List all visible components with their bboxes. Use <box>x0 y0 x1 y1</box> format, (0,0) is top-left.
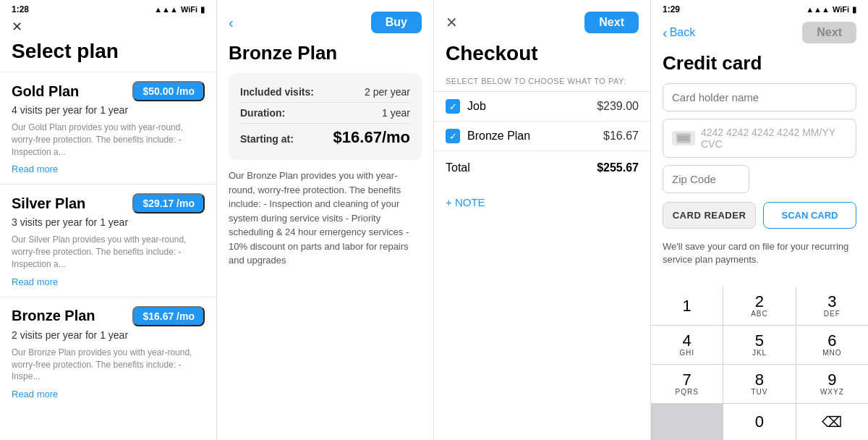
silver-read-more[interactable]: Read more <box>12 276 58 287</box>
wifi-icon-4: WiFi <box>833 5 849 14</box>
starting-at-row: Starting at: $16.67/mo <box>240 124 410 151</box>
duration-label: Duration: <box>240 107 285 119</box>
keypad-key-2[interactable]: 2ABC <box>723 287 795 325</box>
bronze-plan-badge[interactable]: $16.67 /mo <box>132 306 205 326</box>
keypad-num-2: 2 <box>755 294 764 310</box>
signal-icon: ▲▲▲ <box>154 5 178 14</box>
bronze-plan-item-name: Bronze Plan <box>467 130 530 143</box>
credit-card-panel: 1:29 ▲▲▲ WiFi ▮ ‹ Back Next Credit card … <box>651 0 868 440</box>
cardholder-name-input[interactable] <box>663 83 856 111</box>
keypad-key-3[interactable]: 3DEF <box>796 287 868 325</box>
wifi-icon: WiFi <box>181 5 197 14</box>
gold-plan-desc: Our Gold Plan provides you with year-rou… <box>12 122 205 158</box>
total-row: Total $255.67 <box>434 151 650 185</box>
keypad-key-5[interactable]: 5JKL <box>723 326 795 364</box>
save-card-text: We'll save your card on file for your re… <box>651 236 868 275</box>
buy-button[interactable]: Buy <box>371 12 422 33</box>
bronze-plan-detail-panel: ‹ Buy Bronze Plan Included visits: 2 per… <box>217 0 434 440</box>
keypad-key-7[interactable]: 7PQRS <box>651 365 723 403</box>
silver-plan-badge[interactable]: $29.17 /mo <box>132 193 205 213</box>
keypad-key-1[interactable]: 1 <box>651 287 723 325</box>
gold-plan-badge[interactable]: $50.00 /mo <box>132 81 205 101</box>
keypad-letters-7: PQRS <box>675 388 698 396</box>
status-bar-1: 1:28 ▲▲▲ WiFi ▮ <box>0 0 216 17</box>
keypad-letters-9: WXYZ <box>820 388 844 396</box>
select-plan-panel: 1:28 ▲▲▲ WiFi ▮ ✕ Select plan Gold Plan … <box>0 0 217 440</box>
bronze-plan-amount: $16.67 <box>603 130 639 143</box>
keypad-letters-8: TUV <box>751 388 767 396</box>
back-chevron-icon[interactable]: ‹ <box>229 14 234 31</box>
card-number-placeholder[interactable]: 4242 4242 4242 4242 MM/YY CVC <box>701 127 847 150</box>
credit-card-title: Credit card <box>651 49 868 83</box>
card-reader-button[interactable]: CARD READER <box>663 202 756 229</box>
total-label: Total <box>446 161 470 174</box>
add-note-button[interactable]: + NOTE <box>434 185 650 220</box>
bronze-plan-checkbox[interactable]: ✓ <box>446 129 460 143</box>
select-label: SELECT BELOW TO CHOOSE WHAT TO PAY: <box>434 77 650 91</box>
bronze-plan-description: Our Bronze Plan provides you with year-r… <box>217 169 433 268</box>
checkout-next-button[interactable]: Next <box>584 12 639 33</box>
detail-nav-bar: ‹ Buy <box>217 7 433 39</box>
status-bar-3 <box>434 0 650 7</box>
card-chip-icon <box>672 131 695 145</box>
total-amount: $255.67 <box>597 161 639 174</box>
close-button-bar: ✕ <box>0 17 216 40</box>
status-icons-1: ▲▲▲ WiFi ▮ <box>154 5 205 14</box>
status-bar-2 <box>217 0 433 7</box>
bronze-read-more[interactable]: Read more <box>12 389 58 399</box>
bronze-plan-name: Bronze Plan <box>12 308 95 324</box>
card-number-row: 4242 4242 4242 4242 MM/YY CVC <box>663 119 856 158</box>
credit-card-nav-bar: ‹ Back Next <box>651 17 868 49</box>
status-bar-4: 1:29 ▲▲▲ WiFi ▮ <box>651 0 868 17</box>
keypad-num-8: 8 <box>755 372 764 388</box>
bronze-plan-item: Bronze Plan $16.67 /mo 2 visits per year… <box>0 297 216 409</box>
bronze-plan-detail-card: Included visits: 2 per year Duration: 1 … <box>229 73 422 160</box>
keypad-letters-2: ABC <box>751 310 768 318</box>
silver-plan-desc: Our Silver Plan provides you with year-r… <box>12 234 205 270</box>
keypad-key-6[interactable]: 6MNO <box>796 326 868 364</box>
silver-plan-item: Silver Plan $29.17 /mo 3 visits per year… <box>0 184 216 296</box>
keypad-letters-6: MNO <box>822 349 841 357</box>
status-icons-4: ▲▲▲ WiFi ▮ <box>806 5 856 14</box>
silver-plan-header: Silver Plan $29.17 /mo <box>12 193 205 213</box>
credit-card-next-button[interactable]: Next <box>802 22 856 43</box>
credit-card-back-button[interactable]: ‹ Back <box>663 25 695 41</box>
keypad-letters-3: DEF <box>824 310 841 318</box>
battery-icon: ▮ <box>200 5 205 14</box>
keypad-key-0[interactable]: 0 <box>723 404 795 440</box>
silver-plan-subtitle: 3 visits per year for 1 year <box>12 216 205 228</box>
keypad-letters-4: GHI <box>679 349 694 357</box>
numeric-keypad: 12ABC3DEF4GHI5JKL6MNO7PQRS8TUV9WXYZ0⌫ <box>651 287 868 440</box>
included-visits-value: 2 per year <box>365 86 410 98</box>
checkout-close-button[interactable]: ✕ <box>446 14 458 31</box>
keypad-delete-button[interactable]: ⌫ <box>796 404 868 440</box>
keypad-letters-5: JKL <box>752 349 767 357</box>
keypad-num-4: 4 <box>683 333 692 349</box>
gold-read-more[interactable]: Read more <box>12 164 58 174</box>
duration-value: 1 year <box>382 107 410 119</box>
gold-plan-name: Gold Plan <box>12 83 79 100</box>
keypad-key-8[interactable]: 8TUV <box>723 365 795 403</box>
keypad-num-3: 3 <box>827 294 836 310</box>
close-button[interactable]: ✕ <box>12 20 22 34</box>
keypad-key-9[interactable]: 9WXYZ <box>796 365 868 403</box>
status-time-1: 1:28 <box>12 4 29 14</box>
bronze-plan-subtitle: 2 visits per year for 1 year <box>12 329 205 341</box>
bronze-plan-desc: Our Bronze Plan provides you with year-r… <box>12 347 205 383</box>
bronze-checkout-left: ✓ Bronze Plan <box>446 129 530 143</box>
keypad-key-4[interactable]: 4GHI <box>651 326 723 364</box>
keypad-num-0: 0 <box>755 414 764 430</box>
keypad-num-5: 5 <box>755 333 764 349</box>
job-item-name: Job <box>467 100 486 113</box>
checkout-panel: ✕ Next Checkout SELECT BELOW TO CHOOSE W… <box>434 0 651 440</box>
svg-rect-1 <box>678 135 689 141</box>
status-time-4: 1:29 <box>663 4 680 14</box>
zip-code-input[interactable] <box>663 165 749 193</box>
plan-list: Gold Plan $50.00 /mo 4 visits per year f… <box>0 72 216 440</box>
job-checkbox[interactable]: ✓ <box>446 99 460 114</box>
card-action-row: CARD READER SCAN CARD <box>651 202 868 236</box>
included-visits-row: Included visits: 2 per year <box>240 82 410 103</box>
job-checkout-left: ✓ Job <box>446 99 486 114</box>
keypad-num-9: 9 <box>827 372 836 388</box>
scan-card-button[interactable]: SCAN CARD <box>763 202 856 229</box>
